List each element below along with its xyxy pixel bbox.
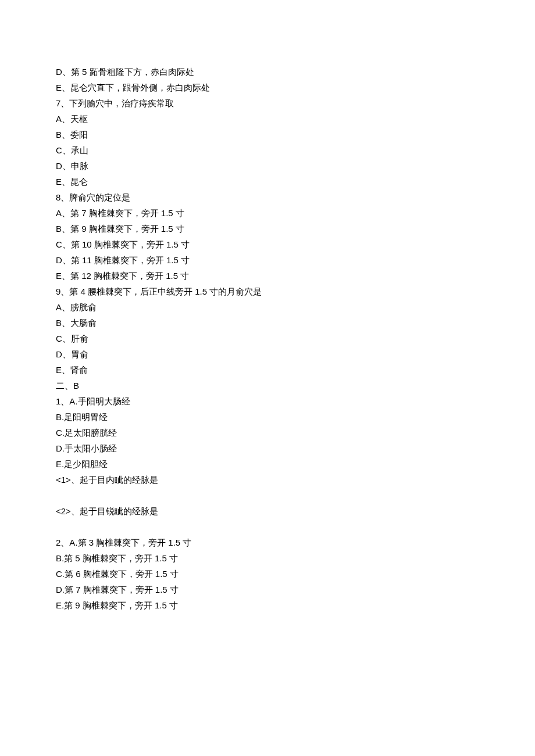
text-line: D、第 5 跖骨粗隆下方，赤白肉际处	[56, 64, 479, 80]
text-line: B、第 9 胸椎棘突下，旁开 1.5 寸	[56, 221, 479, 237]
text-line: D、胃俞	[56, 346, 479, 362]
text-line: A、第 7 胸椎棘突下，旁开 1.5 寸	[56, 205, 479, 221]
text-line: <1>、起于目内眦的经脉是	[56, 472, 479, 488]
text-line: D、第 11 胸椎棘突下，旁开 1.5 寸	[56, 252, 479, 268]
text-line: E、肾俞	[56, 362, 479, 378]
text-line: C、第 10 胸椎棘突下，旁开 1.5 寸	[56, 237, 479, 252]
text-line: E、昆仑穴直下，跟骨外侧，赤白肉际处	[56, 80, 479, 95]
text-line: <2>、起于目锐眦的经脉是	[56, 503, 479, 519]
text-line: C、承山	[56, 142, 479, 158]
text-line: D.手太阳小肠经	[56, 440, 479, 456]
text-line: B.足阳明胃经	[56, 409, 479, 425]
blank-line	[56, 488, 479, 503]
text-line: C.第 6 胸椎棘突下，旁开 1.5 寸	[56, 566, 479, 582]
text-line: C.足太阳膀胱经	[56, 425, 479, 440]
text-line: B.第 5 胸椎棘突下，旁开 1.5 寸	[56, 550, 479, 566]
text-line: B、委阳	[56, 127, 479, 142]
text-line: A、膀胱俞	[56, 299, 479, 315]
text-line: D、申脉	[56, 158, 479, 174]
text-line: 2、A.第 3 胸椎棘突下，旁开 1.5 寸	[56, 535, 479, 550]
text-line: B、大肠俞	[56, 315, 479, 331]
text-line: E.足少阳胆经	[56, 456, 479, 472]
text-line: E.第 9 胸椎棘突下，旁开 1.5 寸	[56, 597, 479, 613]
text-line: 7、下列腧穴中，治疗痔疾常取	[56, 95, 479, 111]
text-line: 1、A.手阳明大肠经	[56, 393, 479, 409]
text-line: 8、脾俞穴的定位是	[56, 189, 479, 205]
text-line: E、第 12 胸椎棘突下，旁开 1.5 寸	[56, 268, 479, 284]
text-line: E、昆仑	[56, 174, 479, 189]
text-line: C、肝俞	[56, 331, 479, 346]
text-line: A、天枢	[56, 111, 479, 127]
text-line: 二、B	[56, 378, 479, 393]
text-line: 9、第 4 腰椎棘突下，后正中线旁开 1.5 寸的月俞穴是	[56, 284, 479, 299]
document-page: D、第 5 跖骨粗隆下方，赤白肉际处 E、昆仑穴直下，跟骨外侧，赤白肉际处 7、…	[0, 0, 535, 683]
blank-line	[56, 519, 479, 535]
text-line: D.第 7 胸椎棘突下，旁开 1.5 寸	[56, 582, 479, 597]
